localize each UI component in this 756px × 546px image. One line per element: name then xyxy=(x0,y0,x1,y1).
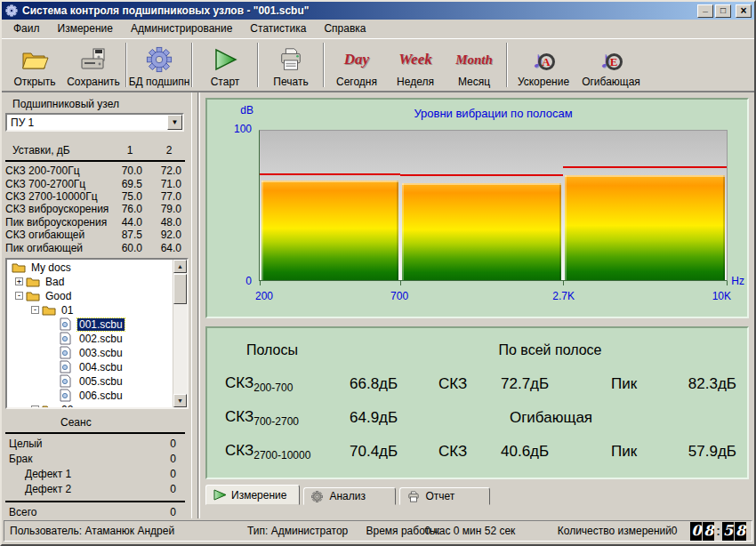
file-tree: My docs + Bad - Good - xyxy=(5,258,189,409)
measurement-file-icon xyxy=(60,389,74,402)
tab-report[interactable]: Отчет xyxy=(399,487,490,505)
bearing-db-button[interactable]: БД подшипн xyxy=(130,41,189,89)
panel-splitter[interactable] xyxy=(191,92,198,518)
tree-item-003scbu[interactable]: 003.scbu xyxy=(7,346,173,360)
tab-analysis[interactable]: Анализ xyxy=(303,487,396,505)
status-count-value: 0 xyxy=(672,525,691,537)
play-icon xyxy=(213,489,227,501)
month-word: Month xyxy=(455,44,493,75)
week-button[interactable]: Week Неделя xyxy=(386,41,445,89)
folder-icon xyxy=(42,304,56,317)
session-total-row: Всего0 xyxy=(5,505,189,520)
day-button[interactable]: Day Сегодня xyxy=(327,41,386,89)
band-skz-value: 70.4дБ xyxy=(350,443,438,461)
threshold-line-700-2700 xyxy=(400,174,564,176)
divider xyxy=(5,501,185,502)
acceleration-button[interactable]: ♪ A Ускорение xyxy=(511,41,576,89)
tree-item-001scbu[interactable]: 001.scbu xyxy=(7,317,173,332)
menu-administration[interactable]: Администрирование xyxy=(126,20,237,36)
band-skz-label: СКЗ700-2700 xyxy=(225,408,350,428)
menu-help[interactable]: Справка xyxy=(319,20,370,36)
tree-item-02[interactable]: + 02 xyxy=(7,403,173,407)
chart-bar-700-2700 xyxy=(402,183,562,280)
week-word: Week xyxy=(398,44,431,75)
tree-item-006scbu[interactable]: 006.scbu xyxy=(7,389,173,403)
bearing-unit-value: ПУ 1 xyxy=(7,116,167,129)
month-button[interactable]: Month Месяц xyxy=(445,41,503,89)
app-window: Система контроля подшипниковых узлов - "… xyxy=(0,0,756,546)
y-axis-min: 0 xyxy=(207,275,252,287)
x-tick-10000: 10K xyxy=(712,290,731,302)
band-skz-value: 66.8дБ xyxy=(350,375,438,393)
overall-peak-label: Пик xyxy=(611,375,678,393)
save-button[interactable]: Сохранить xyxy=(64,41,123,89)
envelope-peak-value: 57.9дБ xyxy=(678,443,740,461)
bearing-unit-select[interactable]: ПУ 1 ▼ xyxy=(5,113,184,132)
overall-skz-label: СКЗ xyxy=(438,375,501,393)
envelope-skz-label: СКЗ xyxy=(438,443,501,461)
tree-expander[interactable]: + xyxy=(15,277,23,285)
folder-icon xyxy=(26,276,40,288)
start-button[interactable]: Старт xyxy=(196,41,254,89)
print-button[interactable]: Печать xyxy=(261,41,320,89)
measurement-file-icon xyxy=(60,361,74,373)
chart-bar-2700-10000 xyxy=(565,175,725,280)
envelope-button[interactable]: ♪ E Огибающая xyxy=(576,41,646,89)
right-panel: Уровни вибрации по полосам dB 100 0 Hz 2… xyxy=(199,92,754,518)
menu-file[interactable]: Фаил xyxy=(9,20,44,36)
setpoints-header: Уставки, дБ 1 2 xyxy=(5,142,189,159)
overall-peak-value: 82.3дБ xyxy=(678,375,740,393)
combo-dropdown-button[interactable]: ▼ xyxy=(167,115,182,130)
gear-icon xyxy=(146,44,173,75)
app-gear-icon xyxy=(4,4,19,18)
note-e-icon: ♪ E xyxy=(600,47,623,72)
envelope-peak-label: Пик xyxy=(611,443,678,461)
scroll-down-button[interactable]: ▼ xyxy=(173,394,187,407)
menu-statistics[interactable]: Статистика xyxy=(245,20,310,36)
play-icon xyxy=(212,44,238,75)
x-axis-unit: Hz xyxy=(731,275,744,287)
open-button[interactable]: Открыть xyxy=(5,41,64,89)
close-button[interactable]: × xyxy=(736,4,752,18)
tree-item-good[interactable]: - Good xyxy=(7,289,173,303)
overall-skz-value: 72.7дБ xyxy=(501,375,611,393)
toolbar-separator xyxy=(323,43,325,87)
divider xyxy=(5,160,185,162)
setpoint-row: СКЗ 700-2700Гц69.571.0 xyxy=(5,177,189,189)
tree-item-005scbu[interactable]: 005.scbu xyxy=(7,374,173,389)
menu-bar: Фаил Измерение Администрирование Статист… xyxy=(2,20,754,38)
toolbar-separator xyxy=(191,43,193,87)
left-panel: Подшипниковый узел ПУ 1 ▼ Уставки, дБ 1 … xyxy=(2,92,190,518)
tree-item-01[interactable]: - 01 xyxy=(7,303,173,317)
measurement-file-icon xyxy=(60,347,74,359)
envelope-header: Огибающая xyxy=(424,409,678,427)
session-row: Брак0 xyxy=(5,452,189,467)
digital-clock: 0 8 : 5 8 xyxy=(690,522,746,541)
session-panel: Сеанс Целый0 Брак0 Дефект 10 Дефект 20 В… xyxy=(5,414,189,520)
scroll-thumb[interactable] xyxy=(173,274,187,304)
tree-expander[interactable]: + xyxy=(31,405,39,407)
tree-scrollbar[interactable]: ▲ ▼ xyxy=(173,260,187,407)
tree-item-002scbu[interactable]: 002.scbu xyxy=(7,332,173,346)
menu-measurement[interactable]: Измерение xyxy=(53,20,117,36)
tree-expander[interactable]: - xyxy=(31,306,39,314)
y-axis-unit: dB xyxy=(207,104,253,116)
x-tick-700: 700 xyxy=(390,290,408,302)
setpoint-row: СКЗ 2700-10000Гц75.077.0 xyxy=(5,190,189,203)
tree-item-mydocs[interactable]: My docs xyxy=(7,261,173,275)
scroll-up-button[interactable]: ▲ xyxy=(173,260,187,273)
folder-icon xyxy=(42,404,56,407)
tree-item-bad[interactable]: + Bad xyxy=(7,275,173,289)
session-title: Сеанс xyxy=(5,414,189,431)
minimize-button[interactable]: _ xyxy=(697,4,713,18)
chart-plot-area xyxy=(259,130,728,281)
chart-bar-200-700 xyxy=(261,181,398,280)
tab-measurement[interactable]: Измерение xyxy=(205,485,300,505)
maximize-button[interactable]: □ xyxy=(715,4,731,18)
printer-icon xyxy=(407,491,421,502)
tree-item-004scbu[interactable]: 004.scbu xyxy=(7,360,173,374)
tree-expander[interactable]: - xyxy=(15,292,23,300)
toolbar: Открыть Сохранить xyxy=(2,38,754,92)
setpoint-row: Пик огибающей60.064.0 xyxy=(5,241,189,253)
measurement-file-icon xyxy=(60,318,74,331)
